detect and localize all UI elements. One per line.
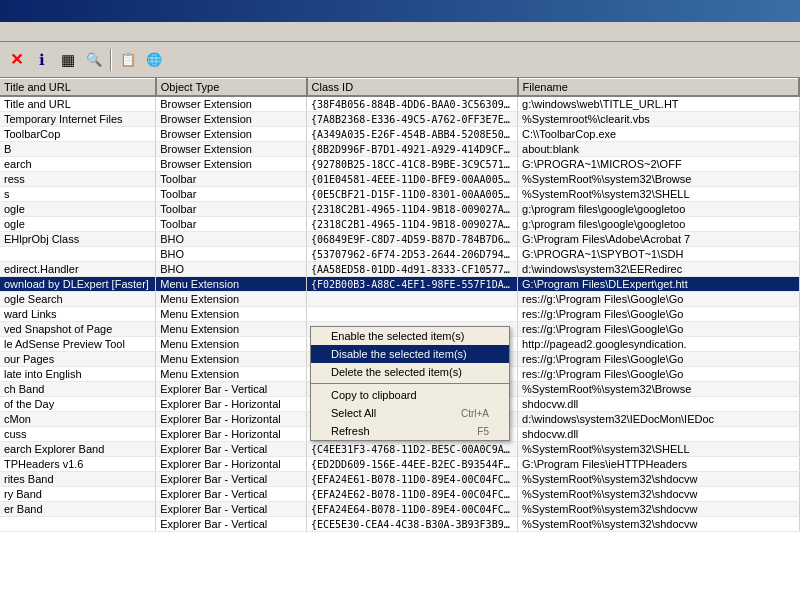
cell-type: Explorer Bar - Horizontal (156, 457, 307, 472)
cell-title: ogle (0, 217, 156, 232)
cell-filename: %SystemRoot%\system32\shdocvw (518, 517, 799, 532)
context-menu-item[interactable]: Enable the selected item(s) (311, 327, 509, 345)
context-menu-item[interactable]: Select AllCtrl+A (311, 404, 509, 422)
cell-clsid: {0E5CBF21-D15F-11D0-8301-00AA005B4383} (307, 187, 518, 202)
context-menu-item[interactable]: RefreshF5 (311, 422, 509, 440)
cell-clsid: {2318C2B1-4965-11D4-9B18-009027A5CD4F} (307, 217, 518, 232)
cell-filename: shdocvw.dll (518, 427, 799, 442)
cell-filename: %SystemRoot%\system32\SHELL (518, 442, 799, 457)
cell-type: BHO (156, 262, 307, 277)
cell-filename: about:blank (518, 142, 799, 157)
table-row[interactable]: ogle Toolbar {2318C2B1-4965-11D4-9B18-00… (0, 217, 799, 232)
cell-type: Browser Extension (156, 142, 307, 157)
table-row[interactable]: ogle Search Menu Extension res://g:\Prog… (0, 292, 799, 307)
context-menu-item[interactable]: Copy to clipboard (311, 386, 509, 404)
cell-filename: %SystemRoot%\system32\SHELL (518, 187, 799, 202)
table-row[interactable]: Explorer Bar - Vertical {ECE5E30-CEA4-4C… (0, 517, 799, 532)
cell-clsid: {92780B25-18CC-41C8-B9BE-3C9C571A8263} (307, 157, 518, 172)
cell-title: ry Band (0, 487, 156, 502)
table-row[interactable]: ogle Toolbar {2318C2B1-4965-11D4-9B18-00… (0, 202, 799, 217)
cell-filename: %SystemRoot%\system32\shdocvw (518, 502, 799, 517)
cell-title: cMon (0, 412, 156, 427)
properties-button[interactable]: ▦ (56, 48, 80, 72)
cell-title (0, 517, 156, 532)
cell-filename: G:\Program Files\Adobe\Acrobat 7 (518, 232, 799, 247)
context-menu-item[interactable]: Delete the selected item(s) (311, 363, 509, 381)
table-row[interactable]: EHlprObj Class BHO {06849E9F-C8D7-4D59-B… (0, 232, 799, 247)
menu-help[interactable] (20, 31, 28, 33)
cell-type: Explorer Bar - Vertical (156, 487, 307, 502)
context-menu-label: Delete the selected item(s) (331, 366, 462, 378)
title-bar (0, 0, 800, 22)
table-row[interactable]: earch Explorer Band Explorer Bar - Verti… (0, 442, 799, 457)
cell-clsid (307, 292, 518, 307)
cell-title: ogle (0, 202, 156, 217)
context-menu-label: Select All (331, 407, 376, 419)
cell-filename: %SystemRoot%\system32\shdocvw (518, 487, 799, 502)
table-row[interactable]: Temporary Internet Files Browser Extensi… (0, 112, 799, 127)
table-row[interactable]: ry Band Explorer Bar - Vertical {EFA24E6… (0, 487, 799, 502)
table-row[interactable]: Title and URL Browser Extension {38F4B05… (0, 96, 799, 112)
cell-type: Menu Extension (156, 322, 307, 337)
cell-filename: %Systemroot%\clearit.vbs (518, 112, 799, 127)
extensions-table: Title and URL Object Type Class ID Filen… (0, 78, 800, 532)
context-menu-label: Refresh (331, 425, 370, 437)
toolbar: ✕ ℹ ▦ 🔍 📋 🌐 (0, 42, 800, 78)
cell-title: earch Explorer Band (0, 442, 156, 457)
table-row[interactable]: ress Toolbar {01E04581-4EEE-11D0-BFE9-00… (0, 172, 799, 187)
table-row[interactable]: B Browser Extension {8B2D996F-B7D1-4921-… (0, 142, 799, 157)
cell-filename: res://g:\Program Files\Google\Go (518, 292, 799, 307)
table-row[interactable]: ToolbarCop Browser Extension {A349A035-E… (0, 127, 799, 142)
delete-button[interactable]: ✕ (4, 48, 28, 72)
col-header-title[interactable]: Title and URL (0, 79, 156, 97)
toolbar-separator-1 (110, 49, 112, 71)
browser-button[interactable]: 🌐 (142, 48, 166, 72)
cell-clsid: {38F4B056-884B-4DD6-BAA0-3C563091B715} (307, 96, 518, 112)
cell-clsid: {06849E9F-C8D7-4D59-B87D-784B7D6BE0B3} (307, 232, 518, 247)
copy-button[interactable]: 📋 (116, 48, 140, 72)
cell-clsid: {EFA24E62-B078-11D0-89E4-00C04FC9E26E} (307, 487, 518, 502)
cell-type: Toolbar (156, 202, 307, 217)
table-row[interactable]: BHO {53707962-6F74-2D53-2644-206D7942484… (0, 247, 799, 262)
cell-title: ved Snapshot of Page (0, 322, 156, 337)
table-row[interactable]: TPHeaders v1.6 Explorer Bar - Horizontal… (0, 457, 799, 472)
cell-type: Explorer Bar - Horizontal (156, 427, 307, 442)
cell-clsid: {F02B00B3-A88C-4EF1-98FE-557F1DAF6E4D} (307, 277, 518, 292)
cell-title: our Pages (0, 352, 156, 367)
cell-type: Explorer Bar - Vertical (156, 517, 307, 532)
cell-filename: G:\PROGRA~1\SPYBOT~1\SDH (518, 247, 799, 262)
context-menu-shortcut: Ctrl+A (461, 408, 489, 419)
cell-title: le AdSense Preview Tool (0, 337, 156, 352)
cell-clsid: {AA58ED58-01DD-4d91-8333-CF10577473F7} (307, 262, 518, 277)
cell-title: of the Day (0, 397, 156, 412)
col-header-filename[interactable]: Filename (518, 79, 799, 97)
col-header-clsid[interactable]: Class ID (307, 79, 518, 97)
table-row[interactable]: ownload by DLExpert [Faster] Menu Extens… (0, 277, 799, 292)
menu-exit[interactable] (36, 31, 44, 33)
cell-filename: res://g:\Program Files\Google\Go (518, 307, 799, 322)
cell-filename: http://pagead2.googlesyndication. (518, 337, 799, 352)
cell-type: BHO (156, 247, 307, 262)
menu-tools[interactable] (4, 31, 12, 33)
context-menu-item[interactable]: Disable the selected item(s) (311, 345, 509, 363)
cell-filename: %SystemRoot%\system32\Browse (518, 382, 799, 397)
info-button[interactable]: ℹ (30, 48, 54, 72)
context-menu-shortcut: F5 (477, 426, 489, 437)
table-row[interactable]: er Band Explorer Bar - Vertical {EFA24E6… (0, 502, 799, 517)
table-row[interactable]: rites Band Explorer Bar - Vertical {EFA2… (0, 472, 799, 487)
main-table-container[interactable]: Title and URL Object Type Class ID Filen… (0, 78, 800, 600)
table-row[interactable]: s Toolbar {0E5CBF21-D15F-11D0-8301-00AA0… (0, 187, 799, 202)
cell-clsid: {01E04581-4EEE-11D0-BFE9-00AA005B4383} (307, 172, 518, 187)
search-button[interactable]: 🔍 (82, 48, 106, 72)
table-row[interactable]: ward Links Menu Extension res://g:\Progr… (0, 307, 799, 322)
col-header-type[interactable]: Object Type (156, 79, 307, 97)
cell-title: ogle Search (0, 292, 156, 307)
cell-filename: shdocvw.dll (518, 397, 799, 412)
cell-title: Temporary Internet Files (0, 112, 156, 127)
cell-type: BHO (156, 232, 307, 247)
cell-type: Toolbar (156, 172, 307, 187)
table-row[interactable]: edirect.Handler BHO {AA58ED58-01DD-4d91-… (0, 262, 799, 277)
table-row[interactable]: earch Browser Extension {92780B25-18CC-4… (0, 157, 799, 172)
cell-type: Explorer Bar - Horizontal (156, 412, 307, 427)
cell-clsid: {ECE5E30-CEA4-4C38-B30A-3B93F3B910B} (307, 517, 518, 532)
